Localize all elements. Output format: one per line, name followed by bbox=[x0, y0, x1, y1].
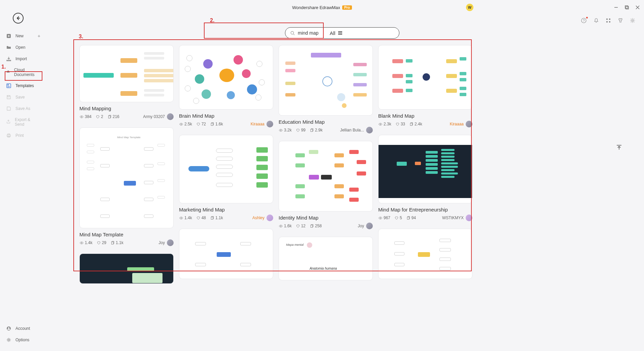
thumbnail bbox=[79, 45, 174, 102]
sidebar-item-templates[interactable]: Templates bbox=[0, 80, 44, 91]
eye-icon bbox=[279, 224, 283, 228]
sidebar-item-import[interactable]: Import bbox=[0, 53, 44, 65]
svg-rect-37 bbox=[211, 123, 213, 125]
template-card[interactable] bbox=[378, 229, 472, 279]
svg-rect-16 bbox=[7, 84, 11, 88]
avatar-icon bbox=[167, 239, 174, 246]
folder-icon bbox=[6, 45, 11, 50]
author[interactable]: Joy bbox=[358, 223, 373, 229]
card-title: Mind Mapping bbox=[79, 106, 174, 111]
card-stats: 1.6k 12 258 Joy bbox=[279, 223, 373, 229]
template-card[interactable]: Marketing Mind Map 1.4k 48 1.1k Ashley bbox=[179, 135, 273, 221]
search-icon bbox=[290, 31, 295, 36]
search-input[interactable] bbox=[298, 30, 394, 36]
print-icon bbox=[6, 133, 11, 138]
template-card[interactable]: Identity Mind Map 1.6k 12 258 Joy bbox=[279, 141, 373, 229]
avatar-icon bbox=[466, 121, 472, 127]
template-card[interactable]: Mapa mental Anatomia humana bbox=[279, 237, 373, 280]
copy-icon bbox=[310, 128, 314, 132]
sidebar-item-print: Print bbox=[0, 130, 44, 141]
copy-icon bbox=[310, 224, 314, 228]
thumbnail bbox=[179, 135, 273, 203]
close-button[interactable] bbox=[635, 5, 640, 10]
svg-point-40 bbox=[280, 130, 281, 130]
author[interactable]: Kiraaaa bbox=[450, 121, 472, 127]
svg-point-26 bbox=[291, 31, 293, 34]
author[interactable]: Ashley bbox=[252, 214, 273, 221]
svg-rect-39 bbox=[211, 217, 213, 219]
sidebar-item-options[interactable]: Options bbox=[0, 334, 44, 346]
template-card[interactable]: Mind Mapping 384 2 216 Army 03207 bbox=[79, 45, 174, 120]
thumbnail bbox=[179, 45, 273, 110]
annotation-2: 2. bbox=[210, 17, 214, 24]
template-card[interactable]: Mind Map Template bbox=[79, 127, 174, 246]
eye-icon bbox=[378, 216, 383, 220]
add-icon[interactable]: + bbox=[38, 33, 40, 39]
bell-icon[interactable] bbox=[594, 18, 599, 25]
author[interactable]: Joy bbox=[158, 239, 174, 246]
svg-rect-7 bbox=[606, 18, 608, 20]
template-card[interactable]: Blank Mind Map 2.3k 33 2.4k Kiraaaa bbox=[378, 45, 472, 127]
back-button[interactable] bbox=[13, 13, 24, 24]
template-card[interactable] bbox=[179, 229, 273, 279]
author[interactable]: Army 03207 bbox=[143, 113, 174, 120]
apps-icon[interactable] bbox=[606, 18, 611, 25]
svg-rect-43 bbox=[311, 225, 313, 227]
shirt-icon[interactable] bbox=[618, 18, 623, 25]
svg-rect-18 bbox=[7, 86, 10, 86]
scroll-top-button[interactable] bbox=[616, 144, 622, 151]
help-icon[interactable]: ? bbox=[581, 17, 587, 25]
template-card[interactable] bbox=[79, 254, 174, 284]
sidebar-label: Cloud Documents bbox=[14, 68, 38, 77]
copy-icon bbox=[406, 216, 410, 220]
user-icon bbox=[6, 326, 11, 331]
maximize-button[interactable] bbox=[624, 5, 629, 10]
svg-rect-9 bbox=[606, 21, 608, 23]
svg-rect-41 bbox=[311, 129, 313, 131]
card-title: Mind Map for Entrepreneurship bbox=[378, 207, 472, 212]
card-stats: 384 2 216 Army 03207 bbox=[79, 113, 174, 120]
card-title: Mind Map Template bbox=[79, 232, 174, 237]
sidebar-label: Import bbox=[15, 56, 27, 61]
settings-icon[interactable] bbox=[630, 18, 635, 25]
sidebar-item-new[interactable]: New + bbox=[0, 30, 44, 42]
sidebar-label: Save bbox=[15, 95, 25, 100]
eye-icon bbox=[279, 128, 283, 132]
template-card[interactable]: Education Mind Map 3.2k 99 2.9k Jellian … bbox=[279, 45, 373, 133]
author[interactable]: Kiraaaa bbox=[251, 121, 273, 127]
thumbnail bbox=[378, 229, 472, 279]
save-as-icon bbox=[6, 106, 11, 111]
template-card[interactable]: Brain Mind Map 2.5k 72 1.6k Kiraaaa bbox=[179, 45, 273, 127]
sidebar-item-open[interactable]: Open bbox=[0, 42, 44, 53]
heart-icon bbox=[97, 241, 101, 245]
avatar-icon bbox=[167, 113, 174, 120]
avatar-icon bbox=[466, 214, 472, 221]
author[interactable]: WSTtKMYX bbox=[442, 214, 472, 221]
svg-point-25 bbox=[8, 339, 10, 341]
minimize-button[interactable] bbox=[614, 5, 618, 10]
all-label: All bbox=[330, 30, 335, 36]
thumbnail: Mind Map Template bbox=[79, 127, 174, 228]
heart-icon bbox=[196, 122, 201, 126]
avatar-icon bbox=[366, 223, 373, 229]
user-avatar[interactable]: W bbox=[466, 4, 473, 11]
sidebar-item-save: Save bbox=[0, 91, 44, 103]
copy-icon bbox=[110, 241, 115, 245]
card-stats: 967 5 94 WSTtKMYX bbox=[378, 214, 472, 221]
cloud-icon bbox=[6, 70, 10, 75]
svg-rect-19 bbox=[7, 87, 9, 87]
sidebar-item-account[interactable]: Account bbox=[0, 323, 44, 334]
template-card[interactable]: Mind Map for Entrepreneurship 967 5 94 W… bbox=[378, 135, 472, 221]
thumbnail bbox=[378, 45, 472, 110]
copy-icon bbox=[210, 122, 214, 126]
svg-line-27 bbox=[293, 34, 294, 35]
author[interactable]: Jellian Bula... bbox=[340, 127, 373, 133]
plus-square-icon bbox=[6, 33, 11, 39]
sidebar-item-cloud[interactable]: Cloud Documents bbox=[0, 65, 44, 80]
all-filter-button[interactable]: All bbox=[330, 30, 343, 36]
avatar-icon bbox=[266, 214, 273, 221]
heart-icon bbox=[296, 128, 300, 132]
svg-rect-33 bbox=[108, 116, 110, 118]
svg-point-36 bbox=[181, 124, 181, 124]
eye-icon bbox=[179, 122, 183, 126]
